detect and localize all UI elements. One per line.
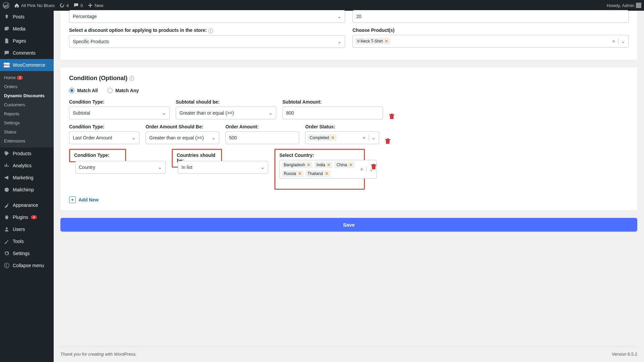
subtotal-amount-label: Subtotal Amount: <box>282 99 383 105</box>
submenu-settings[interactable]: Settings <box>0 118 54 127</box>
products-icon <box>3 150 10 157</box>
plus-icon: + <box>69 196 76 203</box>
home-icon <box>14 3 19 8</box>
chevron-down-icon: ⌄ <box>212 135 216 140</box>
status-tag: Completed✕ <box>308 134 336 141</box>
menu-settings[interactable]: Settings <box>0 247 54 259</box>
menu-products[interactable]: Products <box>0 147 54 160</box>
choose-products-label: Choose Product(s) <box>353 27 629 33</box>
clear-icon[interactable]: ✕ <box>360 167 364 172</box>
discount-option-select[interactable]: Specific Products ⌄ <box>69 35 345 48</box>
clear-icon[interactable]: ✕ <box>362 135 366 140</box>
menu-analytics[interactable]: Analytics <box>0 160 54 172</box>
svg-point-2 <box>6 228 7 229</box>
appearance-icon <box>3 202 10 208</box>
delete-condition-button[interactable] <box>385 138 390 144</box>
new-label: New <box>95 3 103 8</box>
info-icon: i <box>208 28 213 33</box>
order-status-label: Order Status: <box>305 124 379 129</box>
chevron-down-icon[interactable]: ⌄ <box>621 39 625 44</box>
highlight-condition-type: Condition Type: <box>69 149 126 162</box>
remove-tag-icon[interactable]: ✕ <box>327 163 330 167</box>
remove-tag-icon[interactable]: ✕ <box>349 163 353 167</box>
admin-sidebar: Posts Media Pages Comments Woo WooCommer… <box>0 11 54 362</box>
menu-plugins[interactable]: Plugins 4 <box>0 211 54 223</box>
chevron-down-icon: ⌄ <box>269 110 273 116</box>
comment-icon <box>3 50 10 56</box>
subtotal-operator-select[interactable]: Greater than or equal (>=)⌄ <box>176 107 276 119</box>
remove-tag-icon[interactable]: ✕ <box>385 39 388 44</box>
submenu-dynamic-discounts[interactable]: Dynamic Discounts <box>0 91 54 100</box>
menu-users[interactable]: Users <box>0 223 54 235</box>
condition-type-label: Condition Type: <box>69 124 140 129</box>
delete-condition-button[interactable] <box>389 113 394 119</box>
condition-type-select[interactable]: Country⌄ <box>75 161 166 174</box>
wordpress-icon <box>3 2 9 9</box>
country-tag: Russia✕ <box>282 170 304 177</box>
menu-pages[interactable]: Pages <box>0 35 54 47</box>
new-link[interactable]: New <box>88 3 103 8</box>
remove-tag-icon[interactable]: ✕ <box>298 171 302 176</box>
remove-tag-icon[interactable]: ✕ <box>331 135 334 140</box>
country-tag: China✕ <box>334 162 354 168</box>
percentage-amount-input[interactable]: 20 <box>353 10 629 23</box>
menu-tools[interactable]: Tools <box>0 235 54 247</box>
order-operator-select[interactable]: Greater than or equal (>=)⌄ <box>146 131 219 144</box>
discount-panel: Percentage ⌄ 20 Select a discount option… <box>60 11 637 60</box>
condition-type-select[interactable]: Last Order Amount⌄ <box>69 131 140 144</box>
match-any-radio[interactable]: Match Any <box>107 88 139 93</box>
order-amount-label: Order Amount: <box>225 124 299 129</box>
tools-icon <box>3 238 10 245</box>
condition-row-3: Condition Type: Country⌄ Countries shoul… <box>69 149 629 190</box>
menu-comments[interactable]: Comments <box>0 47 54 59</box>
submenu-customers[interactable]: Customers <box>0 100 54 109</box>
match-mode: Match All Match Any <box>69 88 629 93</box>
submenu-reports[interactable]: Reports <box>0 109 54 118</box>
select-country-multiselect[interactable]: Bangladesh✕ India✕ China✕ Russia✕ Thaila… <box>279 160 377 179</box>
clear-icon[interactable]: ✕ <box>612 39 615 44</box>
account-link[interactable]: Howdy, Admin <box>607 3 641 8</box>
wp-logo[interactable] <box>3 2 9 9</box>
submenu-orders[interactable]: Orders <box>0 82 54 91</box>
percentage-select[interactable]: Percentage ⌄ <box>69 10 345 23</box>
chevron-down-icon: ⌄ <box>158 165 162 170</box>
site-link[interactable]: All Pink No Blues <box>14 3 55 8</box>
site-name: All Pink No Blues <box>21 3 55 8</box>
submenu-home[interactable]: Home 3 <box>0 73 54 82</box>
remove-tag-icon[interactable]: ✕ <box>325 171 328 176</box>
add-new-condition-button[interactable]: + Add New <box>69 196 99 203</box>
countries-operator-select[interactable]: In list⌄ <box>178 161 268 174</box>
chevron-down-icon[interactable]: ⌄ <box>372 135 375 140</box>
condition-type-select[interactable]: Subtotal⌄ <box>69 107 170 119</box>
footer-thanks: Thank you for creating with WordPress. <box>60 352 137 357</box>
save-button[interactable]: Save <box>60 218 637 232</box>
order-status-multiselect[interactable]: Completed✕ ✕⌄ <box>305 131 379 144</box>
woocommerce-submenu: Home 3 Orders Dynamic Discounts Customer… <box>0 71 54 147</box>
menu-posts[interactable]: Posts <box>0 11 54 23</box>
chevron-down-icon: ⌄ <box>132 135 136 140</box>
condition-title: Condition (Optional) i <box>69 75 629 82</box>
submenu-status[interactable]: Status <box>0 127 54 136</box>
subtotal-amount-input[interactable]: 800 <box>282 107 383 119</box>
remove-tag-icon[interactable]: ✕ <box>307 163 310 167</box>
menu-marketing[interactable]: Marketing <box>0 172 54 184</box>
menu-woocommerce[interactable]: Woo WooCommerce <box>0 59 54 71</box>
match-all-radio[interactable]: Match All <box>69 88 98 93</box>
comments-link[interactable]: 0 <box>73 3 83 8</box>
order-amount-input[interactable]: 500 <box>225 131 299 144</box>
collapse-menu[interactable]: Collapse menu <box>0 259 54 272</box>
marketing-icon <box>3 174 10 181</box>
menu-mailchimp[interactable]: Mailchimp <box>0 184 54 196</box>
menu-appearance[interactable]: Appearance <box>0 199 54 211</box>
highlight-select-country: Select Country: Bangladesh✕ India✕ China… <box>274 149 365 190</box>
svg-point-1 <box>5 188 9 192</box>
submenu-extensions[interactable]: Extensions <box>0 136 54 145</box>
updates-link[interactable]: 4 <box>59 3 69 8</box>
menu-media[interactable]: Media <box>0 23 54 35</box>
condition-row-2: Condition Type: Last Order Amount⌄ Order… <box>69 124 629 144</box>
delete-condition-button[interactable] <box>371 164 376 170</box>
plugins-icon <box>3 214 10 221</box>
greeting-text: Howdy, Admin <box>607 3 634 8</box>
choose-products-multiselect[interactable]: V-Neck T-Shirt✕ ✕⌄ <box>353 35 629 48</box>
country-tag: India✕ <box>314 162 332 168</box>
